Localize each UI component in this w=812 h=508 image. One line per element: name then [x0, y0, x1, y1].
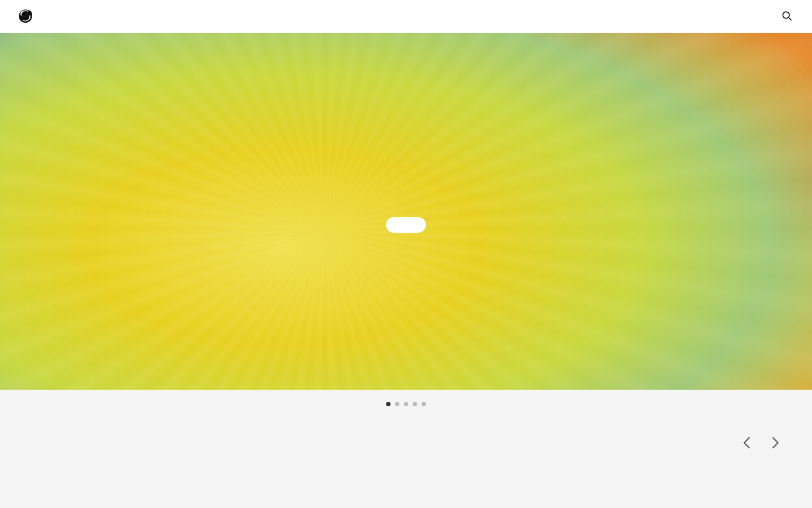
- carousel-dots: [0, 390, 812, 415]
- section-nav: [737, 433, 785, 453]
- navbar: [0, 0, 812, 33]
- chevron-right-icon: [766, 433, 785, 453]
- carousel-dot-5[interactable]: [421, 402, 426, 406]
- search-button[interactable]: [779, 8, 794, 25]
- search-icon: [781, 10, 792, 21]
- bottom-section: [0, 415, 812, 470]
- learn-more-button[interactable]: [386, 217, 426, 233]
- next-button[interactable]: [766, 433, 785, 453]
- openai-logo-icon: [18, 9, 33, 24]
- hero-section: [0, 33, 812, 390]
- logo-link[interactable]: [18, 9, 38, 24]
- chevron-left-icon: [737, 433, 757, 453]
- svg-line-1: [789, 18, 792, 20]
- carousel-dot-4[interactable]: [413, 402, 417, 406]
- prev-button[interactable]: [737, 433, 757, 453]
- carousel-dot-2[interactable]: [395, 402, 399, 406]
- hero-content: [0, 33, 812, 390]
- carousel-dot-3[interactable]: [404, 402, 408, 406]
- carousel-dot-1[interactable]: [386, 402, 391, 406]
